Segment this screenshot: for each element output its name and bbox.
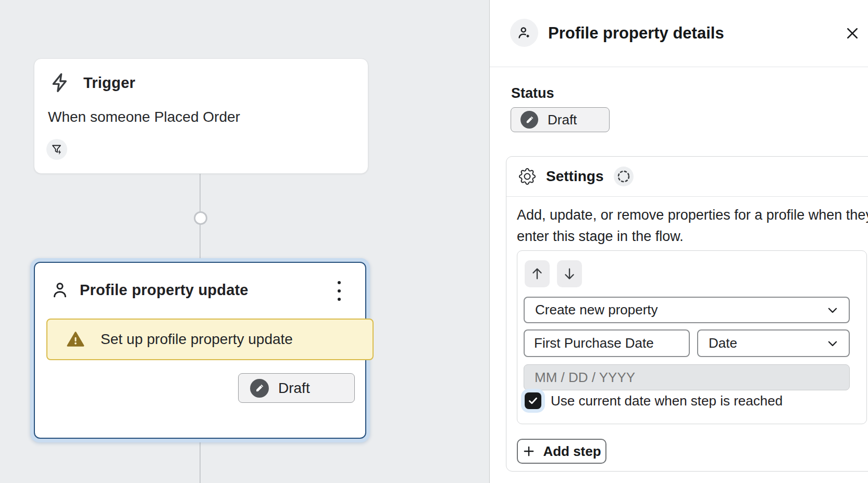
panel-title: Profile property details (548, 24, 724, 43)
use-current-date-label: Use current date when step is reached (551, 393, 783, 409)
settings-card: Settings Add, update, or remove properti… (506, 156, 868, 472)
gear-icon (519, 168, 536, 185)
flow-builder-screen: Trigger When someone Placed Order Profil… (0, 0, 868, 483)
move-step-up-button[interactable] (525, 260, 550, 287)
setup-warning-banner[interactable]: Set up profile property update (46, 319, 374, 360)
status-label: Status (511, 85, 554, 101)
add-step-button[interactable]: Add step (517, 439, 606, 464)
trigger-filter-badge[interactable] (46, 139, 67, 160)
warning-text: Set up profile property update (101, 331, 293, 348)
date-value-input[interactable] (524, 364, 850, 390)
checkmark-icon (527, 395, 539, 407)
action-card-selection: Profile property update Set up profile p… (30, 258, 370, 442)
settings-description-line1: Add, update, or remove properties for a … (517, 205, 868, 226)
property-select[interactable]: Create new property (524, 297, 850, 323)
use-current-date-row: Use current date when step is reached (525, 392, 783, 409)
property-type-select[interactable]: Date (697, 329, 850, 357)
profile-property-update-card[interactable]: Profile property update Set up profile p… (34, 262, 366, 439)
settings-description: Add, update, or remove properties for a … (517, 205, 868, 247)
card-status-text: Draft (278, 380, 310, 397)
loading-spinner-icon (614, 167, 634, 186)
use-current-date-checkbox[interactable] (525, 392, 541, 409)
settings-header: Settings (506, 157, 868, 197)
person-icon (51, 281, 69, 299)
add-step-label: Add step (543, 443, 601, 460)
property-name-input[interactable] (524, 329, 690, 357)
trigger-description: When someone Placed Order (48, 109, 240, 125)
draft-pencil-icon (520, 111, 538, 129)
property-type-value: Date (698, 335, 826, 351)
card-status-badge: Draft (238, 373, 355, 403)
lightning-icon (50, 72, 71, 93)
flow-canvas[interactable]: Trigger When someone Placed Order Profil… (0, 0, 489, 483)
arrow-down-icon (562, 266, 577, 281)
property-select-value: Create new property (525, 302, 826, 318)
kebab-menu-icon (337, 279, 342, 302)
trigger-card-header: Trigger (50, 72, 135, 93)
property-step-box: Create new property Date (517, 250, 867, 424)
close-panel-button[interactable] (843, 24, 862, 43)
draft-pencil-icon (250, 379, 269, 398)
panel-header: Profile property details (490, 0, 868, 67)
warning-icon (66, 330, 85, 349)
details-panel: Profile property details Status Draft Se… (489, 0, 868, 483)
arrow-up-icon (530, 266, 544, 281)
settings-description-line2: enter this stage in the flow. (517, 226, 868, 247)
chevron-down-icon (826, 303, 839, 317)
plus-icon (522, 444, 536, 458)
close-icon (845, 26, 860, 41)
profile-property-icon (516, 25, 532, 41)
panel-status-badge[interactable]: Draft (511, 107, 610, 132)
settings-title: Settings (546, 168, 603, 185)
connector-add-node[interactable] (194, 211, 207, 225)
action-card-title: Profile property update (80, 282, 249, 299)
panel-status-text: Draft (548, 112, 577, 128)
action-card-header: Profile property update (51, 281, 249, 299)
trigger-card[interactable]: Trigger When someone Placed Order (34, 58, 368, 174)
connector-line (200, 441, 201, 483)
kebab-menu-button[interactable] (330, 279, 349, 302)
panel-avatar (510, 19, 538, 47)
chevron-down-icon (826, 337, 839, 350)
trigger-card-title: Trigger (83, 74, 135, 92)
filter-bolt-icon (51, 143, 63, 156)
move-step-down-button[interactable] (557, 260, 582, 287)
